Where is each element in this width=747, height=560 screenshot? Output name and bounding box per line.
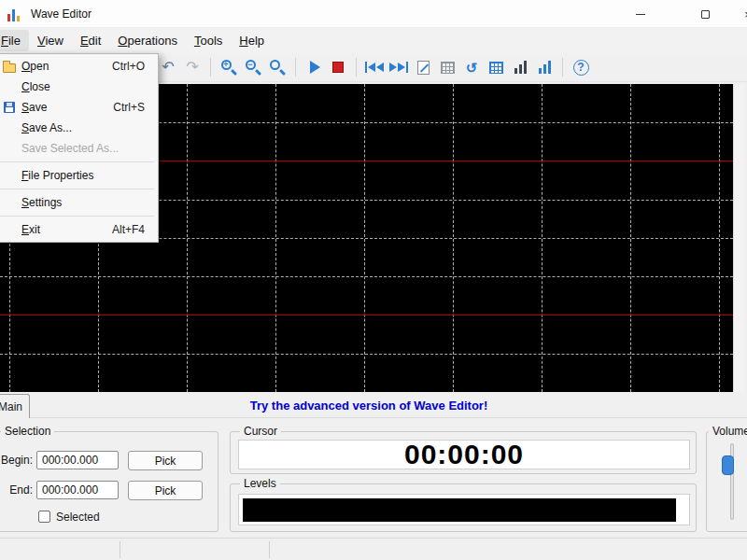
close-button[interactable]: ×: [726, 0, 747, 28]
grid-icon: [441, 62, 455, 74]
levels-group: Levels: [230, 483, 697, 532]
stop-icon: [332, 62, 344, 73]
help-button[interactable]: ?: [570, 56, 592, 78]
goto-start-button[interactable]: [363, 56, 386, 78]
menu-file[interactable]: File: [0, 30, 29, 51]
volume-group-label: Volume: [709, 425, 747, 438]
menu-item-settings[interactable]: Settings: [0, 192, 158, 213]
end-input[interactable]: [36, 481, 119, 499]
selected-checkbox[interactable]: [38, 511, 50, 523]
edit-button[interactable]: [412, 56, 434, 78]
volume-slider-thumb[interactable]: [722, 455, 734, 475]
statistics-button[interactable]: [509, 56, 531, 78]
redo-button[interactable]: ↷: [181, 56, 204, 78]
toolbar-separator: [210, 58, 211, 77]
zoom-in-icon: +: [221, 60, 237, 76]
open-folder-icon: [0, 58, 20, 75]
menu-view[interactable]: View: [29, 30, 72, 51]
play-button[interactable]: [303, 56, 325, 78]
zoom-in-button[interactable]: +: [218, 56, 240, 78]
statistics-icon: [514, 61, 527, 74]
end-label: End:: [0, 483, 33, 497]
menu-item-save[interactable]: Save Ctrl+S: [0, 97, 158, 118]
cursor-group-label: Cursor: [240, 425, 281, 438]
menu-tools[interactable]: Tools: [186, 30, 231, 51]
menu-bar: File View Edit Operations Tools Help: [0, 28, 747, 53]
zoom-out-icon: −: [246, 60, 261, 76]
minimize-button[interactable]: [619, 0, 662, 28]
frequency-button[interactable]: [533, 56, 556, 78]
statusbar-divider: [269, 541, 270, 558]
window-title: Wave Editor: [31, 7, 92, 21]
tab-main[interactable]: Main: [0, 394, 30, 418]
undo-icon: ↶: [162, 60, 174, 75]
volume-group: Volume: [706, 431, 747, 532]
zoom-full-icon: [270, 60, 286, 76]
levels-group-label: Levels: [240, 477, 280, 490]
level-meter: [238, 494, 690, 525]
goto-end-icon: [389, 62, 408, 73]
revert-button[interactable]: ↺: [460, 56, 483, 78]
file-menu-dropdown: Open Ctrl+O Close Save Ctrl+S Save As...…: [0, 53, 159, 243]
grid-line: [0, 354, 733, 355]
menu-separator: [0, 189, 154, 189]
promo-link[interactable]: Try the advanced version of Wave Editor!: [0, 392, 738, 418]
help-icon: ?: [573, 60, 589, 76]
begin-label: Begin:: [0, 454, 33, 467]
statusbar-divider: [120, 541, 120, 558]
save-disk-icon: [0, 99, 20, 116]
app-icon: [7, 7, 22, 21]
menu-item-file-properties[interactable]: File Properties: [0, 165, 158, 186]
tab-bar: Try the advanced version of Wave Editor!…: [0, 392, 747, 418]
waveform-grid-button[interactable]: [485, 56, 507, 78]
cursor-display: 00:00:00: [238, 440, 690, 469]
menu-item-save-selected-as: Save Selected As...: [0, 138, 158, 159]
frequency-icon: [539, 61, 551, 74]
grid-line: [0, 276, 733, 277]
zoom-out-button[interactable]: −: [242, 56, 264, 78]
toolbar-separator: [562, 58, 563, 77]
revert-icon: ↺: [466, 61, 478, 75]
goto-start-icon: [365, 62, 384, 73]
wave-editor-window: Wave Editor × File View Edit Operations …: [0, 0, 747, 560]
menu-operations[interactable]: Operations: [109, 30, 186, 51]
menu-item-exit[interactable]: Exit Alt+F4: [0, 219, 158, 240]
selection-group: Selection Begin: Pick End: Pick Selected: [0, 431, 218, 532]
undo-button[interactable]: ↶: [157, 56, 179, 78]
grid-view-button[interactable]: [436, 56, 458, 78]
menu-edit[interactable]: Edit: [72, 30, 109, 51]
minimize-icon: [636, 14, 645, 15]
redo-icon: ↷: [186, 60, 198, 75]
menu-item-close[interactable]: Close: [0, 77, 158, 97]
selected-checkbox-label: Selected: [56, 511, 100, 524]
maximize-icon: [701, 10, 710, 19]
stop-button[interactable]: [327, 56, 349, 78]
play-icon: [310, 61, 320, 74]
title-bar: Wave Editor ×: [0, 0, 747, 28]
menu-separator: [0, 216, 154, 217]
begin-input[interactable]: [36, 451, 119, 469]
cursor-time-value: 00:00:00: [404, 439, 524, 470]
waveform-scrollbar[interactable]: [733, 84, 744, 392]
goto-end-button[interactable]: [388, 56, 410, 78]
toolbar-separator: [295, 58, 296, 77]
cursor-group: Cursor 00:00:00: [230, 431, 697, 474]
end-pick-button[interactable]: Pick: [128, 481, 203, 500]
selection-group-label: Selection: [1, 425, 54, 438]
maximize-button[interactable]: [684, 0, 726, 28]
begin-pick-button[interactable]: Pick: [128, 451, 203, 470]
menu-item-open[interactable]: Open Ctrl+O: [0, 56, 158, 77]
zoom-full-button[interactable]: [266, 56, 289, 78]
channel2-zero-line: [0, 315, 733, 315]
level-meter-bar: [243, 498, 676, 522]
menu-help[interactable]: Help: [231, 30, 273, 51]
toolbar-separator: [356, 58, 357, 77]
menu-separator: [0, 161, 154, 162]
edit-icon: [417, 61, 430, 75]
menu-item-save-as[interactable]: Save As...: [0, 118, 158, 138]
status-bar: [0, 538, 747, 560]
waveform-grid-icon: [489, 62, 503, 74]
